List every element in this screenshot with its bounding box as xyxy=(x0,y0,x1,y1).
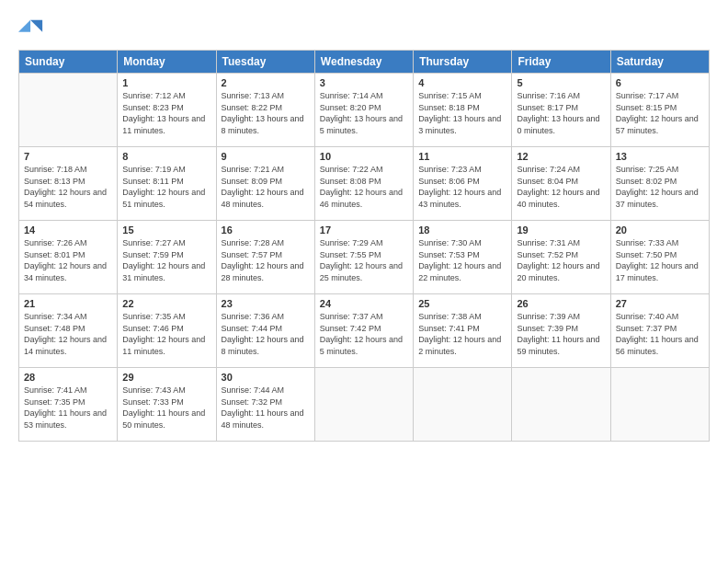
day-info: Sunrise: 7:17 AMSunset: 8:15 PMDaylight:… xyxy=(616,90,704,136)
day-info: Sunrise: 7:40 AMSunset: 7:37 PMDaylight:… xyxy=(616,311,704,357)
day-info: Sunrise: 7:18 AMSunset: 8:13 PMDaylight:… xyxy=(24,164,112,210)
calendar-week-row: 21Sunrise: 7:34 AMSunset: 7:48 PMDayligh… xyxy=(19,294,710,368)
calendar-page: SundayMondayTuesdayWednesdayThursdayFrid… xyxy=(0,0,728,563)
day-info: Sunrise: 7:13 AMSunset: 8:22 PMDaylight:… xyxy=(222,90,310,136)
day-number: 8 xyxy=(122,151,210,162)
day-number: 12 xyxy=(517,151,605,162)
day-info: Sunrise: 7:12 AMSunset: 8:23 PMDaylight:… xyxy=(122,90,210,136)
calendar-cell: 4Sunrise: 7:15 AMSunset: 8:18 PMDaylight… xyxy=(414,74,512,147)
day-number: 10 xyxy=(320,151,408,162)
day-number: 28 xyxy=(24,372,112,383)
day-info: Sunrise: 7:35 AMSunset: 7:46 PMDaylight:… xyxy=(122,311,210,357)
day-number: 13 xyxy=(616,151,704,162)
day-number: 24 xyxy=(320,298,408,309)
day-number: 14 xyxy=(24,224,112,236)
day-info: Sunrise: 7:26 AMSunset: 8:01 PMDaylight:… xyxy=(24,237,112,283)
weekday-header: Tuesday xyxy=(216,51,314,74)
day-number: 22 xyxy=(122,298,210,309)
header-row: SundayMondayTuesdayWednesdayThursdayFrid… xyxy=(19,51,710,74)
day-number: 19 xyxy=(517,224,605,236)
calendar-cell: 18Sunrise: 7:30 AMSunset: 7:53 PMDayligh… xyxy=(414,221,512,294)
calendar-cell: 26Sunrise: 7:39 AMSunset: 7:39 PMDayligh… xyxy=(512,294,610,368)
day-info: Sunrise: 7:19 AMSunset: 8:11 PMDaylight:… xyxy=(122,164,210,210)
calendar-cell xyxy=(414,368,512,442)
calendar-cell: 29Sunrise: 7:43 AMSunset: 7:33 PMDayligh… xyxy=(118,368,216,442)
day-info: Sunrise: 7:24 AMSunset: 8:04 PMDaylight:… xyxy=(517,164,605,210)
day-info: Sunrise: 7:16 AMSunset: 8:17 PMDaylight:… xyxy=(517,90,605,136)
day-info: Sunrise: 7:31 AMSunset: 7:52 PMDaylight:… xyxy=(517,237,605,283)
calendar-cell: 8Sunrise: 7:19 AMSunset: 8:11 PMDaylight… xyxy=(118,147,216,221)
calendar-cell: 10Sunrise: 7:22 AMSunset: 8:08 PMDayligh… xyxy=(314,147,413,221)
day-info: Sunrise: 7:29 AMSunset: 7:55 PMDaylight:… xyxy=(320,237,408,283)
day-number: 6 xyxy=(616,77,704,88)
day-info: Sunrise: 7:30 AMSunset: 7:53 PMDaylight:… xyxy=(418,237,506,283)
day-number: 23 xyxy=(222,298,310,309)
day-info: Sunrise: 7:25 AMSunset: 8:02 PMDaylight:… xyxy=(616,164,704,210)
calendar-cell: 30Sunrise: 7:44 AMSunset: 7:32 PMDayligh… xyxy=(216,368,314,442)
day-number: 2 xyxy=(222,77,310,88)
day-info: Sunrise: 7:33 AMSunset: 7:50 PMDaylight:… xyxy=(616,237,704,283)
header xyxy=(18,17,710,42)
calendar-week-row: 7Sunrise: 7:18 AMSunset: 8:13 PMDaylight… xyxy=(19,147,710,221)
day-number: 3 xyxy=(320,77,408,88)
weekday-header: Wednesday xyxy=(314,51,413,74)
day-number: 25 xyxy=(418,298,506,309)
weekday-header: Saturday xyxy=(610,51,709,74)
calendar-cell: 19Sunrise: 7:31 AMSunset: 7:52 PMDayligh… xyxy=(512,221,610,294)
calendar-cell: 2Sunrise: 7:13 AMSunset: 8:22 PMDaylight… xyxy=(216,74,314,147)
calendar-cell: 27Sunrise: 7:40 AMSunset: 7:37 PMDayligh… xyxy=(610,294,709,368)
day-number: 27 xyxy=(616,298,704,309)
day-number: 1 xyxy=(122,77,210,88)
weekday-header: Thursday xyxy=(414,51,512,74)
calendar-table: SundayMondayTuesdayWednesdayThursdayFrid… xyxy=(18,50,710,442)
calendar-week-row: 28Sunrise: 7:41 AMSunset: 7:35 PMDayligh… xyxy=(19,368,710,442)
day-number: 21 xyxy=(24,298,112,309)
calendar-cell: 22Sunrise: 7:35 AMSunset: 7:46 PMDayligh… xyxy=(118,294,216,368)
calendar-cell: 20Sunrise: 7:33 AMSunset: 7:50 PMDayligh… xyxy=(610,221,709,294)
calendar-cell xyxy=(610,368,709,442)
calendar-cell: 1Sunrise: 7:12 AMSunset: 8:23 PMDaylight… xyxy=(118,74,216,147)
day-info: Sunrise: 7:34 AMSunset: 7:48 PMDaylight:… xyxy=(24,311,112,357)
calendar-week-row: 14Sunrise: 7:26 AMSunset: 8:01 PMDayligh… xyxy=(19,221,710,294)
day-number: 17 xyxy=(320,224,408,236)
svg-marker-1 xyxy=(18,20,30,32)
calendar-week-row: 1Sunrise: 7:12 AMSunset: 8:23 PMDaylight… xyxy=(19,74,710,147)
day-number: 20 xyxy=(616,224,704,236)
day-number: 18 xyxy=(418,224,506,236)
calendar-cell: 9Sunrise: 7:21 AMSunset: 8:09 PMDaylight… xyxy=(216,147,314,221)
day-number: 7 xyxy=(24,151,112,162)
calendar-cell xyxy=(314,368,413,442)
calendar-cell xyxy=(19,74,118,147)
calendar-cell: 6Sunrise: 7:17 AMSunset: 8:15 PMDaylight… xyxy=(610,74,709,147)
calendar-cell: 16Sunrise: 7:28 AMSunset: 7:57 PMDayligh… xyxy=(216,221,314,294)
day-info: Sunrise: 7:43 AMSunset: 7:33 PMDaylight:… xyxy=(122,385,210,431)
logo xyxy=(18,17,48,42)
calendar-cell: 24Sunrise: 7:37 AMSunset: 7:42 PMDayligh… xyxy=(314,294,413,368)
calendar-cell: 25Sunrise: 7:38 AMSunset: 7:41 PMDayligh… xyxy=(414,294,512,368)
day-info: Sunrise: 7:23 AMSunset: 8:06 PMDaylight:… xyxy=(418,164,506,210)
day-number: 16 xyxy=(222,224,310,236)
day-number: 4 xyxy=(418,77,506,88)
day-info: Sunrise: 7:22 AMSunset: 8:08 PMDaylight:… xyxy=(320,164,408,210)
calendar-cell: 23Sunrise: 7:36 AMSunset: 7:44 PMDayligh… xyxy=(216,294,314,368)
weekday-header: Sunday xyxy=(19,51,118,74)
weekday-header: Friday xyxy=(512,51,610,74)
calendar-cell: 15Sunrise: 7:27 AMSunset: 7:59 PMDayligh… xyxy=(118,221,216,294)
day-number: 30 xyxy=(222,372,310,383)
calendar-cell: 11Sunrise: 7:23 AMSunset: 8:06 PMDayligh… xyxy=(414,147,512,221)
day-number: 5 xyxy=(517,77,605,88)
calendar-cell: 14Sunrise: 7:26 AMSunset: 8:01 PMDayligh… xyxy=(19,221,118,294)
day-info: Sunrise: 7:27 AMSunset: 7:59 PMDaylight:… xyxy=(122,237,210,283)
day-info: Sunrise: 7:38 AMSunset: 7:41 PMDaylight:… xyxy=(418,311,506,357)
day-number: 15 xyxy=(122,224,210,236)
day-number: 26 xyxy=(517,298,605,309)
svg-marker-0 xyxy=(30,20,42,32)
day-info: Sunrise: 7:28 AMSunset: 7:57 PMDaylight:… xyxy=(222,237,310,283)
day-info: Sunrise: 7:37 AMSunset: 7:42 PMDaylight:… xyxy=(320,311,408,357)
day-info: Sunrise: 7:21 AMSunset: 8:09 PMDaylight:… xyxy=(222,164,310,210)
day-info: Sunrise: 7:39 AMSunset: 7:39 PMDaylight:… xyxy=(517,311,605,357)
day-number: 11 xyxy=(418,151,506,162)
weekday-header: Monday xyxy=(118,51,216,74)
calendar-cell: 3Sunrise: 7:14 AMSunset: 8:20 PMDaylight… xyxy=(314,74,413,147)
calendar-cell: 12Sunrise: 7:24 AMSunset: 8:04 PMDayligh… xyxy=(512,147,610,221)
